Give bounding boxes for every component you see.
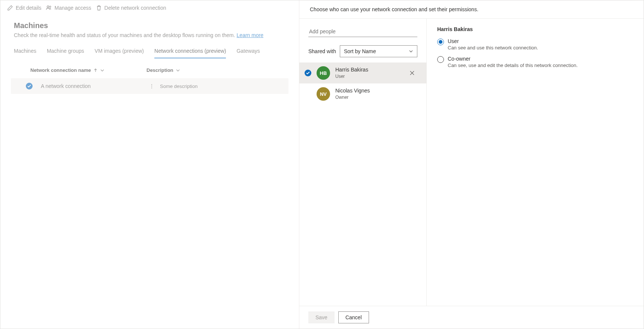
edit-details-label: Edit details xyxy=(16,5,41,11)
save-button: Save xyxy=(308,311,335,323)
row-name: A network connection xyxy=(41,83,147,89)
tab-network-connections[interactable]: Network connections (preview) xyxy=(154,45,226,58)
add-people-input[interactable] xyxy=(308,26,417,37)
svg-point-0 xyxy=(47,6,49,8)
tab-vm-images[interactable]: VM images (preview) xyxy=(95,45,144,58)
table-row[interactable]: A network connection ⋮ Some description xyxy=(11,78,288,94)
trash-icon xyxy=(96,5,102,11)
cancel-button[interactable]: Cancel xyxy=(338,311,369,323)
column-header-desc-label: Description xyxy=(146,67,173,73)
pencil-icon xyxy=(7,5,13,11)
radio-coowner[interactable] xyxy=(437,56,444,63)
permission-user-option[interactable]: User Can see and use this network connec… xyxy=(437,38,633,51)
tab-machine-groups[interactable]: Machine groups xyxy=(47,45,84,58)
column-header-name[interactable]: Network connection name xyxy=(30,67,146,73)
row-selected-check[interactable] xyxy=(26,83,33,89)
learn-more-link[interactable]: Learn more xyxy=(237,32,264,38)
person-role: Owner xyxy=(335,95,417,100)
person-name: Harris Bakiras xyxy=(335,67,402,73)
permission-coowner-label: Co-owner xyxy=(448,56,578,62)
tab-gateways[interactable]: Gateways xyxy=(236,45,260,58)
remove-person-button[interactable] xyxy=(407,68,417,78)
manage-access-button[interactable]: Manage access xyxy=(46,5,91,11)
sort-dropdown-label: Sort by Name xyxy=(344,48,376,54)
page-subtitle-text: Check the real-time health and status of… xyxy=(14,32,237,38)
delete-connection-label: Delete network connection xyxy=(105,5,166,11)
delete-connection-button[interactable]: Delete network connection xyxy=(96,5,166,11)
shared-with-label: Shared with xyxy=(308,48,336,54)
manage-access-label: Manage access xyxy=(54,5,91,11)
panel-header: Choose who can use your network connecti… xyxy=(299,0,644,19)
column-header-description[interactable]: Description xyxy=(146,67,180,73)
edit-details-button[interactable]: Edit details xyxy=(7,5,41,11)
page-subtitle: Check the real-time health and status of… xyxy=(14,32,285,38)
avatar: HB xyxy=(317,66,330,80)
chevron-down-icon xyxy=(100,68,105,73)
detail-title: Harris Bakiras xyxy=(437,26,633,32)
person-row[interactable]: HB Harris Bakiras User xyxy=(299,63,426,83)
permission-user-desc: Can see and use this network connection. xyxy=(448,45,538,51)
permission-user-label: User xyxy=(448,38,538,44)
row-description: Some description xyxy=(160,83,197,89)
avatar: NV xyxy=(317,87,330,101)
check-icon xyxy=(306,71,310,75)
close-icon xyxy=(410,71,414,75)
person-role: User xyxy=(335,74,402,79)
tab-machines[interactable]: Machines xyxy=(14,45,36,58)
check-icon xyxy=(27,84,31,88)
chevron-down-icon xyxy=(176,68,180,73)
page-title: Machines xyxy=(14,21,285,30)
chevron-down-icon xyxy=(409,49,413,54)
sort-dropdown[interactable]: Sort by Name xyxy=(340,45,417,57)
svg-point-1 xyxy=(50,6,51,7)
permission-coowner-option[interactable]: Co-owner Can see, use and edit the detai… xyxy=(437,56,633,68)
column-header-name-label: Network connection name xyxy=(30,67,91,73)
person-selected-indicator xyxy=(305,70,311,76)
sort-asc-icon xyxy=(93,68,98,73)
share-panel: Choose who can use your network connecti… xyxy=(299,0,644,329)
people-icon xyxy=(46,5,52,11)
row-overflow-menu[interactable]: ⋮ xyxy=(147,83,156,89)
permission-coowner-desc: Can see, use and edit the details of thi… xyxy=(448,63,578,68)
radio-user[interactable] xyxy=(437,39,444,45)
person-name: Nicolas Vignes xyxy=(335,88,417,94)
person-row[interactable]: NV Nicolas Vignes Owner xyxy=(299,83,426,104)
